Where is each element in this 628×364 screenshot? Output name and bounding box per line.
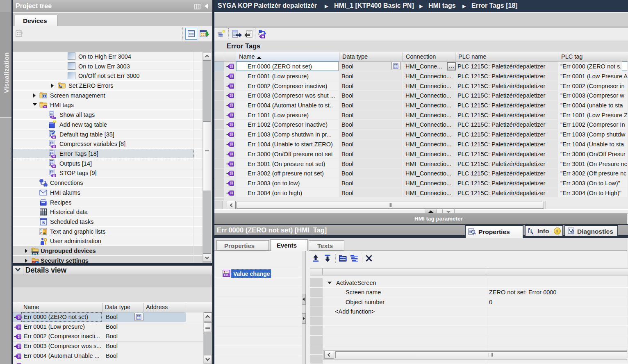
svg-text:1.: 1. bbox=[40, 229, 43, 232]
svg-text:2.: 2. bbox=[40, 232, 43, 234]
svg-text:101: 101 bbox=[224, 274, 229, 277]
svg-text:5: 5 bbox=[42, 220, 45, 225]
svg-text:f(): f() bbox=[224, 271, 229, 274]
svg-text:i: i bbox=[530, 228, 532, 234]
